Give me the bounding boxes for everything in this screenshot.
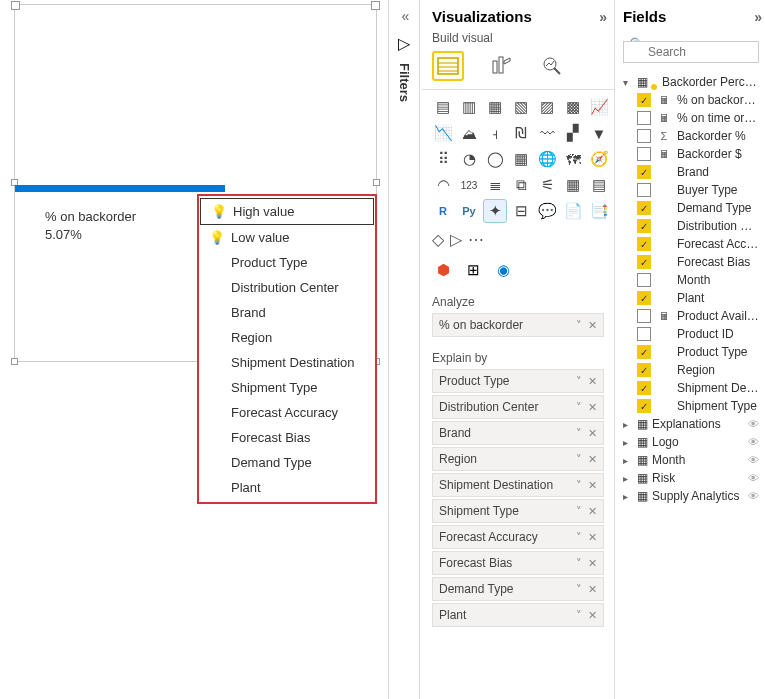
chevron-down-icon[interactable]: ˅ <box>576 609 582 622</box>
field-row[interactable]: ✓Distribution Cent... <box>623 217 759 235</box>
map-icon[interactable]: 🌐 <box>536 148 558 170</box>
pie-chart-icon[interactable]: ◔ <box>458 148 480 170</box>
filters-pane-collapsed[interactable]: « ▷ Filters <box>388 0 420 699</box>
menu-item[interactable]: 💡Low value <box>199 225 375 250</box>
remove-field-icon[interactable]: ✕ <box>588 319 597 332</box>
paginated-report-icon[interactable]: 📑 <box>588 200 610 222</box>
expand-caret-icon[interactable]: ▾ <box>623 77 633 88</box>
tab-analytics[interactable] <box>536 51 568 81</box>
explain-field-well[interactable]: Product Type˅✕ <box>432 369 604 393</box>
filled-map-icon[interactable]: 🗺 <box>562 148 584 170</box>
chevron-down-icon[interactable]: ˅ <box>576 583 582 596</box>
field-checkbox[interactable] <box>637 111 651 125</box>
field-checkbox[interactable]: ✓ <box>637 201 651 215</box>
chevron-down-icon[interactable]: ˅ <box>576 531 582 544</box>
menu-item[interactable]: Demand Type <box>199 450 375 475</box>
field-checkbox[interactable]: ✓ <box>637 237 651 251</box>
key-influencers-icon[interactable]: ✦ <box>484 200 506 222</box>
field-row[interactable]: ✓Plant <box>623 289 759 307</box>
field-checkbox[interactable]: ✓ <box>637 255 651 269</box>
field-row[interactable]: 🖩Product Availabil... <box>623 307 759 325</box>
field-row[interactable]: 🖩% on time orders <box>623 109 759 127</box>
field-row[interactable]: ✓Forecast Accuracy <box>623 235 759 253</box>
expand-caret-icon[interactable]: ▸ <box>623 419 633 430</box>
explain-field-well[interactable]: Shipment Type˅✕ <box>432 499 604 523</box>
table-row[interactable]: ▸▦Logo👁 <box>623 433 759 451</box>
azure-map-icon[interactable]: 🧭 <box>588 148 610 170</box>
table-icon[interactable]: ▦ <box>562 174 584 196</box>
field-checkbox[interactable] <box>637 147 651 161</box>
explain-field-well[interactable]: Brand˅✕ <box>432 421 604 445</box>
area-chart-icon[interactable]: 📉 <box>432 122 454 144</box>
qa-visual-icon[interactable]: 💬 <box>536 200 558 222</box>
remove-field-icon[interactable]: ✕ <box>588 557 597 570</box>
remove-field-icon[interactable]: ✕ <box>588 375 597 388</box>
remove-field-icon[interactable]: ✕ <box>588 531 597 544</box>
donut-chart-icon[interactable]: ◯ <box>484 148 506 170</box>
matrix-icon[interactable]: ▤ <box>588 174 610 196</box>
remove-field-icon[interactable]: ✕ <box>588 505 597 518</box>
treemap-icon[interactable]: ▦ <box>510 148 532 170</box>
stacked-bar-icon[interactable]: ▤ <box>432 96 454 118</box>
collapse-viz-icon[interactable]: » <box>599 9 604 25</box>
field-checkbox[interactable] <box>637 327 651 341</box>
expand-filters-icon[interactable]: « <box>402 8 407 24</box>
ribbon-chart-icon[interactable]: 〰 <box>536 122 558 144</box>
field-row[interactable]: ✓🖩% on backorder <box>623 91 759 109</box>
python-visual-icon[interactable]: Py <box>458 200 480 222</box>
remove-field-icon[interactable]: ✕ <box>588 453 597 466</box>
expand-caret-icon[interactable]: ▸ <box>623 455 633 466</box>
analyze-field-well[interactable]: % on backorder ˅✕ <box>432 313 604 337</box>
funnel-icon[interactable]: ▼ <box>588 122 610 144</box>
html5-icon[interactable]: ⬢ <box>432 259 454 281</box>
chevron-down-icon[interactable]: ˅ <box>576 453 582 466</box>
field-checkbox[interactable]: ✓ <box>637 363 651 377</box>
kpi-icon[interactable]: ⧉ <box>510 174 532 196</box>
chevron-down-icon[interactable]: ˅ <box>576 427 582 440</box>
chevron-down-icon[interactable]: ˅ <box>576 479 582 492</box>
r-visual-icon[interactable]: R <box>432 200 454 222</box>
field-row[interactable]: Month <box>623 271 759 289</box>
decomposition-tree-icon[interactable]: ⊟ <box>510 200 532 222</box>
field-row[interactable]: ✓Brand <box>623 163 759 181</box>
gauge-icon[interactable]: ◠ <box>432 174 454 196</box>
field-row[interactable]: ✓Forecast Bias <box>623 253 759 271</box>
field-row[interactable]: ✓Demand Type <box>623 199 759 217</box>
expand-caret-icon[interactable]: ▸ <box>623 491 633 502</box>
menu-item[interactable]: Shipment Destination <box>199 350 375 375</box>
field-row[interactable]: ✓Product Type <box>623 343 759 361</box>
more-visuals-icon[interactable]: ⋯ <box>468 230 484 249</box>
table-row[interactable]: ▸▦Supply Analytics👁 <box>623 487 759 505</box>
collapse-fields-icon[interactable]: » <box>754 9 759 25</box>
menu-item[interactable]: 💡High value <box>200 198 374 225</box>
chevron-down-icon[interactable]: ˅ <box>576 557 582 570</box>
clustered-column-icon[interactable]: ▧ <box>510 96 532 118</box>
stacked-area-icon[interactable]: ⛰ <box>458 122 480 144</box>
stacked-column-100-icon[interactable]: ▩ <box>562 96 584 118</box>
field-checkbox[interactable]: ✓ <box>637 381 651 395</box>
chevron-down-icon[interactable]: ˅ <box>576 319 582 332</box>
stacked-bar-100-icon[interactable]: ▨ <box>536 96 558 118</box>
table-row[interactable]: ▸▦Risk👁 <box>623 469 759 487</box>
multi-row-card-icon[interactable]: ≣ <box>484 174 506 196</box>
blue-circle-icon[interactable]: ◉ <box>492 259 514 281</box>
field-row[interactable]: Buyer Type <box>623 181 759 199</box>
explain-field-well[interactable]: Forecast Bias˅✕ <box>432 551 604 575</box>
field-checkbox[interactable] <box>637 309 651 323</box>
custom-visual-icon[interactable]: ⊞ <box>462 259 484 281</box>
menu-item[interactable]: Product Type <box>199 250 375 275</box>
menu-item[interactable]: Forecast Accuracy <box>199 400 375 425</box>
field-checkbox[interactable] <box>637 129 651 143</box>
expand-caret-icon[interactable]: ▸ <box>623 473 633 484</box>
remove-field-icon[interactable]: ✕ <box>588 479 597 492</box>
power-automate-icon[interactable]: ▷ <box>450 230 462 249</box>
field-checkbox[interactable]: ✓ <box>637 399 651 413</box>
scatter-chart-icon[interactable]: ⠿ <box>432 148 454 170</box>
explain-field-well[interactable]: Plant˅✕ <box>432 603 604 627</box>
remove-field-icon[interactable]: ✕ <box>588 609 597 622</box>
field-checkbox[interactable]: ✓ <box>637 93 651 107</box>
field-checkbox[interactable]: ✓ <box>637 345 651 359</box>
chevron-down-icon[interactable]: ˅ <box>576 375 582 388</box>
field-row[interactable]: ΣBackorder % <box>623 127 759 145</box>
slicer-icon[interactable]: ⚟ <box>536 174 558 196</box>
